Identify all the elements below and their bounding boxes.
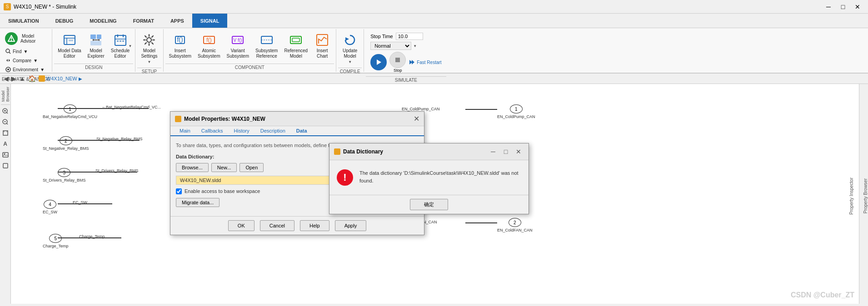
- tab-modeling[interactable]: MODELING: [81, 14, 125, 28]
- model-data-editor-button[interactable]: Model DataEditor: [55, 31, 84, 61]
- data-dictionary-message: The data dictionary 'D:\SimulinkCourse\t…: [359, 169, 521, 184]
- stop-button[interactable]: [389, 52, 406, 68]
- dialog-tab-callbacks[interactable]: Callbacks: [196, 126, 229, 135]
- stop-label: Stop: [394, 68, 402, 73]
- base-workspace-checkbox[interactable]: [176, 188, 182, 194]
- data-dictionary-body: ! The data dictionary 'D:\SimulinkCourse…: [329, 160, 529, 195]
- outport-2-circle: 2: [509, 218, 521, 227]
- browse-button[interactable]: Browse...: [176, 163, 209, 172]
- stop-time-input[interactable]: [396, 33, 423, 40]
- ribbon-group-compile-items: UpdateModel ▼: [338, 30, 362, 67]
- nav-fwd-button[interactable]: ▶: [11, 75, 16, 82]
- outport-block-1[interactable]: 1 EN_ColdPump_CAN: [497, 104, 535, 119]
- inport-block-2[interactable]: 2 St_Negative_Relay_BMS: [43, 136, 89, 151]
- title-bar-controls: ─ □ ✕: [822, 2, 864, 11]
- svg-rect-31: [292, 38, 299, 42]
- minimize-button[interactable]: ─: [822, 2, 835, 11]
- update-model-button[interactable]: UpdateModel ▼: [339, 31, 361, 66]
- nav-up-button[interactable]: ▲: [19, 75, 25, 82]
- new-button[interactable]: New...: [211, 163, 237, 172]
- data-dictionary-titlebar: Data Dictionary ─ □ ✕: [329, 143, 529, 160]
- insert-chart-label: InsertChart: [317, 48, 328, 59]
- sidebar-image[interactable]: [1, 150, 10, 159]
- model-advisor-button[interactable]: ModelAdvisor: [3, 31, 47, 46]
- data-dictionary-label: Data Dictionary:: [176, 154, 214, 159]
- ribbon-group-setup: ModelSettings ▼ SETUP: [135, 29, 163, 72]
- model-settings-button[interactable]: ModelSettings ▼: [138, 31, 160, 66]
- dd-close-button[interactable]: ✕: [513, 146, 524, 157]
- data-dictionary-footer: 确定: [329, 195, 529, 214]
- migrate-button[interactable]: Migrate data...: [176, 198, 219, 207]
- model-properties-titlebar: Model Properties: W4X10_NEW ✕: [170, 112, 424, 126]
- fast-restart-row[interactable]: Fast Restart: [409, 59, 441, 65]
- right-sidebar: Property Browser Property Inspector: [859, 84, 868, 304]
- insert-subsystem-button[interactable]: f() InsertSubsystem: [166, 31, 194, 61]
- find-button[interactable]: Find ▼: [3, 47, 47, 55]
- schedule-editor-button[interactable]: ScheduleEditor ▼: [108, 31, 133, 61]
- dd-titlebar-controls: ─ □ ✕: [488, 146, 524, 157]
- model-data-editor-label: Model DataEditor: [58, 48, 81, 59]
- model-explorer-button[interactable]: ModelExplorer: [85, 31, 107, 61]
- atomic-subsystem-button[interactable]: f() AtomicSubsystem: [195, 31, 223, 61]
- insert-chart-button[interactable]: InsertChart: [311, 31, 333, 61]
- sidebar-zoom-in[interactable]: [1, 107, 10, 116]
- apply-button[interactable]: Apply: [335, 220, 367, 231]
- open-button[interactable]: Open: [239, 163, 264, 172]
- inport-block-3[interactable]: 3 St_Drivers_Relay_BMS: [43, 168, 86, 183]
- svg-marker-37: [412, 60, 414, 64]
- dd-ok-button[interactable]: 确定: [410, 199, 448, 210]
- tab-debug[interactable]: DEBUG: [47, 14, 82, 28]
- svg-rect-7: [69, 39, 73, 41]
- tab-simulation[interactable]: SIMULATION: [0, 14, 47, 28]
- svg-rect-10: [90, 41, 101, 45]
- dialog-tab-description[interactable]: Description: [255, 126, 291, 135]
- inport-3-circle: 3: [58, 168, 70, 177]
- home-icon[interactable]: 🏠: [28, 75, 36, 82]
- environment-button[interactable]: Environment ▼: [3, 65, 47, 74]
- subsystem-reference-button[interactable]: SubsystemReference: [253, 31, 280, 61]
- inport-block-4[interactable]: 4 EC_SW: [43, 200, 57, 214]
- maximize-button[interactable]: □: [836, 2, 850, 11]
- dd-maximize-button[interactable]: □: [500, 146, 511, 157]
- sidebar-model-browser[interactable]: ModelBrowser: [1, 86, 10, 103]
- breadcrumb-link[interactable]: W4X10_NEW ▶: [39, 75, 82, 82]
- help-button[interactable]: Help: [300, 220, 329, 231]
- outport-block-2[interactable]: 2 EN_ColdFAN_CAN: [497, 218, 533, 232]
- sidebar-text[interactable]: A: [1, 139, 10, 148]
- cancel-button[interactable]: Cancel: [260, 220, 294, 231]
- nav-back-button[interactable]: ◀: [4, 75, 9, 82]
- dd-minimize-button[interactable]: ─: [488, 146, 499, 157]
- dialog-tab-data[interactable]: Data: [291, 126, 313, 136]
- simulink-canvas[interactable]: 1 Bat_NegativeRelayCmd_VCU ←Bat_Negative…: [11, 84, 859, 304]
- referenced-model-label: ReferencedModel: [284, 48, 308, 59]
- property-browser-label[interactable]: Property Browser: [863, 178, 868, 213]
- tab-format[interactable]: FORMAT: [125, 14, 162, 28]
- sidebar-checkbox[interactable]: [1, 161, 10, 170]
- sidebar-zoom-out[interactable]: [1, 118, 10, 127]
- inport-3-label: St_Drivers_Relay_BMS: [43, 178, 86, 183]
- tab-apps[interactable]: APPS: [162, 14, 192, 28]
- dialog-tab-main[interactable]: Main: [174, 126, 196, 135]
- simulation-mode-select[interactable]: Normal: [370, 42, 411, 50]
- sidebar-fit-view[interactable]: [1, 128, 10, 138]
- variant-subsystem-button[interactable]: V f() VariantSubsystem: [224, 31, 252, 61]
- ok-button[interactable]: OK: [228, 220, 254, 231]
- model-settings-label: ModelSettings: [141, 48, 157, 59]
- close-button[interactable]: ✕: [851, 2, 864, 11]
- run-button[interactable]: [370, 54, 387, 70]
- inport-block-5[interactable]: 5 Charge_Temp: [43, 234, 69, 248]
- model-properties-close-button[interactable]: ✕: [414, 114, 419, 123]
- property-inspector-label[interactable]: Property Inspector: [849, 178, 854, 215]
- inport-block-1[interactable]: 1 Bat_NegativeRelayCmd_VCU: [43, 104, 97, 119]
- main-area: ModelBrowser A 1 Bat_NegativeRelayCmd_VC…: [0, 84, 868, 304]
- tab-signal[interactable]: SIGNAL: [192, 14, 228, 28]
- svg-point-49: [4, 153, 5, 155]
- ribbon-group-simulate: Stop Time Normal ▼: [364, 29, 448, 72]
- data-dictionary-dialog[interactable]: Data Dictionary ─ □ ✕ ! The data diction…: [329, 143, 529, 214]
- dialog-tab-history[interactable]: History: [229, 126, 255, 135]
- svg-point-21: [147, 38, 151, 42]
- referenced-model-button[interactable]: ReferencedModel: [281, 31, 310, 61]
- watermark: CSDN @Cuber_ZT: [791, 291, 854, 299]
- compare-button[interactable]: Compare ▼: [3, 56, 47, 64]
- subsystem-reference-label: SubsystemReference: [255, 48, 278, 59]
